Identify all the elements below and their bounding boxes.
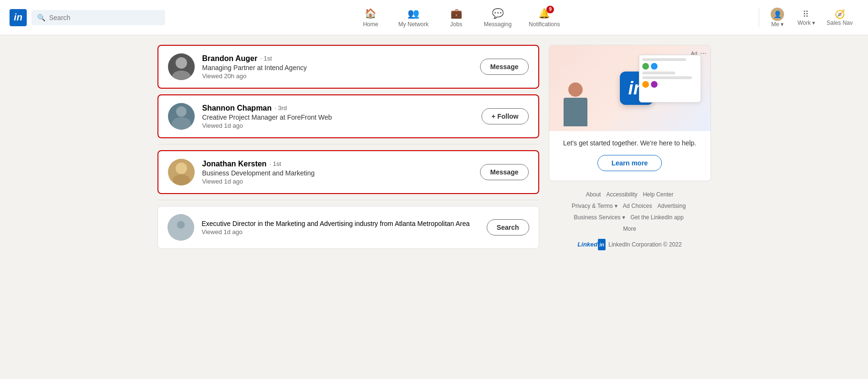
visitor-card-shannon-chapman[interactable]: Shannon Chapman · 3rd Creative Project M…	[157, 94, 539, 138]
sales-nav-icon: 🧭	[835, 9, 845, 20]
visitor-time-brandon: Viewed 20h ago	[202, 72, 473, 80]
search-input[interactable]	[49, 14, 159, 21]
nav-item-me[interactable]: 👤 Me ▾	[763, 0, 792, 35]
nav-right: 👤 Me ▾ ⠿ Work ▾ 🧭 Sales Nav	[755, 0, 858, 35]
visitor-time-shannon: Viewed 1d ago	[202, 122, 474, 129]
separator-1	[157, 144, 539, 144]
card-action-jonathan[interactable]: Message	[480, 164, 528, 180]
footer-link-accessibility[interactable]: Accessibility	[606, 191, 637, 198]
follow-button-shannon[interactable]: + Follow	[481, 108, 529, 124]
mockup-bar-2	[642, 72, 676, 74]
ad-card: Ad ··· in	[549, 45, 711, 181]
nav-item-messaging[interactable]: 💬 Messaging	[475, 0, 520, 35]
visitor-title-jonathan: Business Development and Marketing	[202, 169, 473, 177]
avatar-generic	[167, 214, 194, 241]
search-icon: 🔍	[37, 14, 45, 21]
visitor-name-brandon: Brandon Auger · 1st	[202, 54, 473, 63]
nav-label-notifications: Notifications	[529, 21, 560, 28]
main-layout: Brandon Auger · 1st Managing Partner at …	[157, 35, 711, 264]
nav-item-home[interactable]: 🏠 Home	[352, 0, 390, 35]
footer-link-ad-choices[interactable]: Ad Choices	[623, 203, 652, 209]
work-grid-icon: ⠿	[803, 9, 810, 20]
nav-label-jobs: Jobs	[450, 21, 462, 28]
visitor-name-generic: Executive Director in the Marketing and …	[202, 220, 479, 227]
ad-tagline: Let's get started together. We're here t…	[559, 139, 701, 148]
visitor-time-jonathan: Viewed 1d ago	[202, 178, 473, 185]
svg-point-0	[176, 57, 187, 69]
footer-link-about[interactable]: About	[586, 191, 601, 198]
nav-item-jobs[interactable]: 💼 Jobs	[437, 0, 475, 35]
notifications-icon: 🔔 9	[538, 8, 550, 19]
footer-link-business-services[interactable]: Business Services ▾	[574, 212, 625, 223]
message-button-jonathan[interactable]: Message	[480, 164, 528, 180]
separator-2	[157, 200, 539, 200]
navigation: in 🔍 🏠 Home 👥 My Network 💼 Jobs 💬 Messag…	[0, 0, 868, 35]
nav-item-sales-nav[interactable]: 🧭 Sales Nav	[821, 0, 858, 35]
person-head	[568, 82, 583, 97]
visitor-info-brandon: Brandon Auger · 1st Managing Partner at …	[202, 54, 473, 80]
sidebar: Ad ··· in	[549, 45, 711, 255]
visitor-card-brandon-auger[interactable]: Brandon Auger · 1st Managing Partner at …	[157, 45, 539, 89]
svg-point-6	[177, 221, 184, 229]
home-icon: 🏠	[365, 8, 376, 19]
visitor-name-shannon: Shannon Chapman · 3rd	[202, 104, 474, 113]
card-action-generic[interactable]: Search	[487, 219, 529, 236]
footer-row-2: Privacy & Terms ▾ Ad Choices Advertising	[549, 200, 711, 212]
mockup-row-1	[642, 63, 698, 70]
ad-mockup	[639, 55, 701, 102]
footer-linkedin-logo: Linkedin	[577, 238, 606, 251]
nav-item-work[interactable]: ⠿ Work ▾	[792, 0, 821, 35]
search-button-generic[interactable]: Search	[487, 219, 529, 236]
mockup-dot-2	[651, 63, 658, 70]
nav-label-messaging: Messaging	[484, 21, 512, 28]
linkedin-logo[interactable]: in	[10, 9, 27, 26]
visitor-time-generic: Viewed 1d ago	[202, 228, 479, 236]
person-body	[564, 98, 587, 126]
search-bar[interactable]: 🔍	[31, 10, 165, 25]
nav-item-my-network[interactable]: 👥 My Network	[390, 0, 437, 35]
footer-link-privacy[interactable]: Privacy & Terms ▾	[572, 200, 617, 212]
card-action-brandon[interactable]: Message	[480, 59, 528, 75]
messaging-icon: 💬	[492, 8, 504, 19]
footer-copyright: Linkedin LinkedIn Corporation © 2022	[549, 238, 711, 251]
visitor-title-brandon: Managing Partner at Intend Agency	[202, 64, 473, 72]
footer-link-get-app[interactable]: Get the LinkedIn app	[630, 214, 683, 221]
visitor-info-jonathan: Jonathan Kersten · 1st Business Developm…	[202, 160, 473, 185]
footer-links: About Accessibility Help Center Privacy …	[549, 189, 711, 251]
footer-row-3: Business Services ▾ Get the LinkedIn app	[549, 212, 711, 223]
nav-label-my-network: My Network	[398, 21, 429, 28]
svg-point-7	[174, 229, 188, 236]
mockup-dot-4	[651, 81, 658, 88]
message-button-brandon[interactable]: Message	[480, 59, 528, 75]
avatar: 👤	[771, 8, 784, 21]
visitor-title-shannon: Creative Project Manager at ForeFront We…	[202, 113, 474, 121]
visitor-name-jonathan: Jonathan Kersten · 1st	[202, 160, 473, 168]
nav-item-notifications[interactable]: 🔔 9 Notifications	[520, 0, 568, 35]
card-action-shannon[interactable]: + Follow	[481, 108, 529, 124]
footer-row-1: About Accessibility Help Center	[549, 189, 711, 200]
sales-nav-label: Sales Nav	[826, 20, 853, 26]
nav-center: 🏠 Home 👥 My Network 💼 Jobs 💬 Messaging 🔔…	[165, 0, 755, 35]
svg-point-1	[172, 71, 191, 80]
svg-rect-3	[172, 117, 191, 130]
footer-link-more[interactable]: More	[623, 225, 636, 232]
footer-link-advertising[interactable]: Advertising	[658, 203, 686, 209]
mockup-bar-1	[642, 58, 687, 61]
me-label: Me ▾	[771, 21, 784, 28]
ad-image: Ad ··· in	[549, 45, 711, 131]
visitor-info-shannon: Shannon Chapman · 3rd Creative Project M…	[202, 104, 474, 129]
footer-link-help-center[interactable]: Help Center	[643, 191, 673, 198]
visitor-card-generic[interactable]: Executive Director in the Marketing and …	[157, 206, 539, 249]
mockup-row-2	[642, 81, 698, 88]
svg-rect-5	[173, 174, 190, 185]
learn-more-button[interactable]: Learn more	[597, 155, 661, 171]
avatar-shannon-chapman	[168, 103, 195, 130]
my-network-icon: 👥	[408, 8, 419, 19]
notifications-badge: 9	[546, 6, 554, 13]
mockup-dot-1	[642, 63, 649, 70]
footer-row-4: More	[549, 223, 711, 235]
visitor-card-jonathan-kersten[interactable]: Jonathan Kersten · 1st Business Developm…	[157, 150, 539, 194]
work-label: Work ▾	[797, 20, 815, 26]
svg-point-2	[176, 106, 187, 117]
person-figure	[564, 82, 587, 126]
